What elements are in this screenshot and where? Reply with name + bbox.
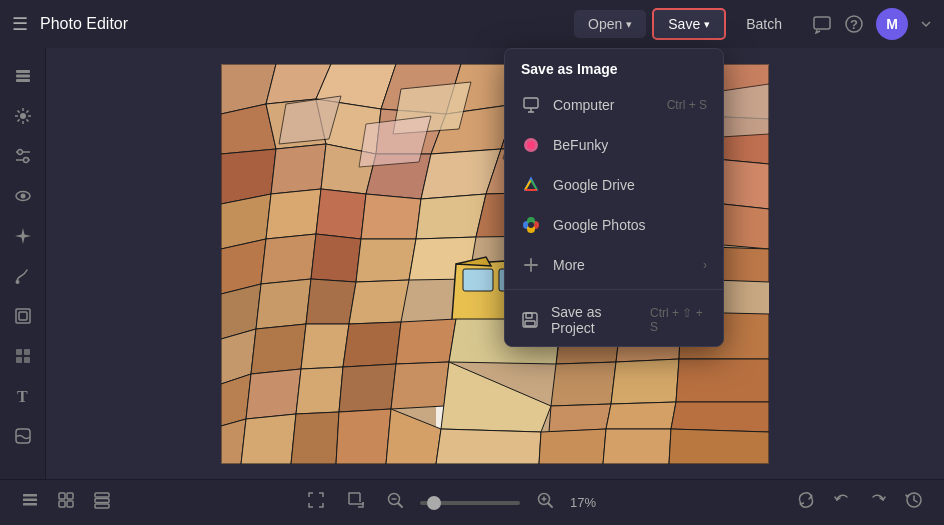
sidebar-item-stickers[interactable] [5, 418, 41, 454]
layers-bottom-icon[interactable] [16, 486, 44, 519]
undo-icon[interactable] [828, 486, 856, 519]
history-icon[interactable] [900, 486, 928, 519]
svg-rect-0 [814, 17, 830, 29]
svg-rect-27 [24, 357, 30, 363]
svg-rect-169 [525, 321, 535, 326]
bottombar-right [792, 486, 928, 519]
svg-marker-72 [356, 239, 416, 282]
avatar[interactable]: M [876, 8, 908, 40]
save-googlephotos-item[interactable]: Google Photos [505, 205, 723, 245]
svg-marker-105 [246, 369, 301, 419]
svg-line-11 [17, 111, 19, 113]
sidebar-item-effects[interactable] [5, 98, 41, 134]
dropdown-chevron[interactable] [920, 18, 932, 30]
bottombar-left [16, 486, 116, 519]
adjustments-icon [13, 146, 33, 166]
svg-line-145 [399, 504, 403, 508]
svg-rect-130 [23, 499, 37, 502]
svg-marker-98 [343, 322, 401, 367]
main-layout: T [0, 48, 944, 479]
sidebar-item-artsy[interactable] [5, 218, 41, 254]
svg-point-155 [527, 141, 535, 149]
google-photos-icon [521, 215, 541, 235]
message-button[interactable] [812, 14, 832, 34]
svg-marker-121 [669, 429, 769, 464]
sidebar-item-paint[interactable] [5, 258, 41, 294]
svg-rect-168 [526, 313, 532, 318]
svg-rect-129 [23, 503, 37, 506]
topbar-right: ? M [812, 8, 932, 40]
svg-marker-70 [261, 234, 316, 284]
save-project-icon [521, 310, 539, 330]
bottombar-center: 17% [302, 486, 606, 519]
svg-rect-135 [67, 501, 73, 507]
svg-text:?: ? [850, 17, 858, 32]
sidebar-item-adjustments[interactable] [5, 138, 41, 174]
open-button[interactable]: Open ▾ [574, 10, 646, 38]
svg-marker-62 [266, 189, 321, 239]
save-more-item[interactable]: More › [505, 245, 723, 285]
paint-icon [13, 266, 33, 286]
canvas-area [46, 48, 944, 479]
sidebar-item-textures[interactable] [5, 338, 41, 374]
save-chevron: ▾ [704, 18, 710, 31]
help-button[interactable]: ? [844, 14, 864, 34]
svg-point-21 [15, 280, 19, 284]
svg-rect-26 [16, 357, 22, 363]
svg-marker-116 [336, 409, 391, 464]
svg-marker-111 [606, 402, 676, 429]
save-project-item[interactable]: Save as Project Ctrl + ⇧ + S [505, 294, 723, 346]
effects-icon [13, 106, 33, 126]
eye-icon [13, 186, 33, 206]
zoom-out-icon[interactable] [382, 487, 408, 518]
computer-icon [521, 95, 541, 115]
svg-line-149 [549, 504, 553, 508]
save-befunky-item[interactable]: BeFunky [505, 125, 723, 165]
sidebar-item-frames[interactable] [5, 298, 41, 334]
svg-marker-71 [311, 234, 361, 282]
crop-icon[interactable] [342, 486, 370, 519]
svg-rect-25 [24, 349, 30, 355]
svg-rect-24 [16, 349, 22, 355]
save-dropdown: Save as Image Computer Ctrl + S BeFunky [504, 48, 724, 347]
svg-marker-112 [671, 402, 769, 432]
chevron-down-icon [920, 18, 932, 30]
svg-line-158 [531, 180, 537, 190]
google-drive-icon [521, 175, 541, 195]
batch-button[interactable]: Batch [732, 10, 796, 38]
fit-screen-icon[interactable] [302, 486, 330, 519]
befunky-icon [521, 135, 541, 155]
svg-rect-134 [59, 501, 65, 507]
more-chevron-icon: › [703, 258, 707, 272]
svg-marker-118 [436, 429, 541, 464]
sidebar-item-touchup[interactable] [5, 178, 41, 214]
svg-rect-136 [95, 493, 109, 497]
svg-marker-106 [296, 367, 343, 414]
list-view-icon[interactable] [88, 486, 116, 519]
sidebar-item-text[interactable]: T [5, 378, 41, 414]
svg-rect-5 [16, 70, 30, 73]
svg-marker-119 [539, 429, 606, 464]
sidebar-item-layers[interactable] [5, 58, 41, 94]
svg-point-6 [20, 113, 26, 119]
svg-rect-137 [95, 499, 109, 503]
svg-marker-102 [611, 359, 679, 404]
svg-point-18 [23, 158, 28, 163]
save-button[interactable]: Save ▾ [652, 8, 726, 40]
redo-icon[interactable] [864, 486, 892, 519]
menu-icon[interactable]: ☰ [12, 13, 28, 35]
svg-text:T: T [17, 388, 28, 405]
svg-marker-65 [416, 194, 486, 239]
save-googledrive-item[interactable]: Google Drive [505, 165, 723, 205]
topbar: ☰ Photo Editor Open ▾ Save ▾ Batch ? [0, 0, 944, 48]
svg-marker-90 [306, 279, 356, 324]
zoom-slider[interactable] [420, 501, 520, 505]
svg-rect-3 [16, 79, 30, 82]
svg-rect-23 [19, 312, 27, 320]
layers-icon [13, 66, 33, 86]
grid-view-icon[interactable] [52, 486, 80, 519]
zoom-in-icon[interactable] [532, 487, 558, 518]
topbar-actions: Open ▾ Save ▾ Batch [574, 8, 796, 40]
save-computer-item[interactable]: Computer Ctrl + S [505, 85, 723, 125]
refresh-icon[interactable] [792, 486, 820, 519]
